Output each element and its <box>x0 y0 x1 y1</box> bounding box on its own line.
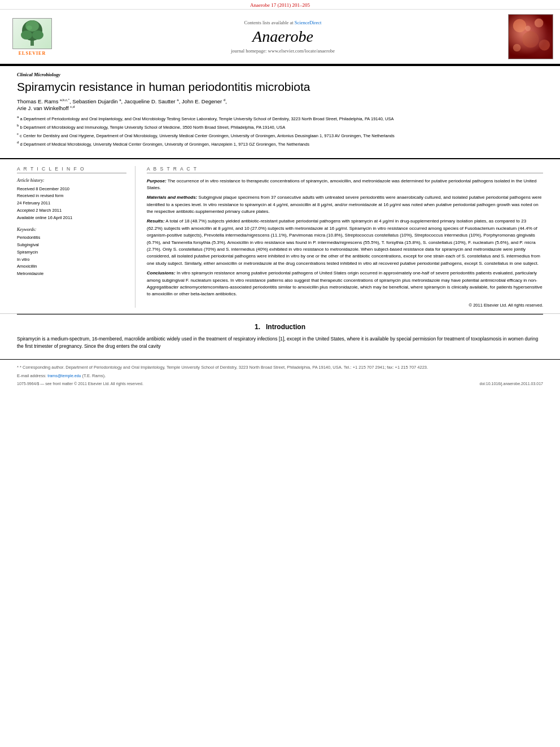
methods-label: Materials and methods: <box>147 195 197 200</box>
results-label: Results: <box>147 219 165 224</box>
footnote-email: E-mail address: trams@temple.edu (T.E. R… <box>17 373 543 379</box>
svg-point-5 <box>27 25 32 30</box>
intro-heading: 1. Introduction <box>17 323 543 331</box>
svg-point-10 <box>539 40 550 51</box>
journal-citation-text: Anaerobe 17 (2011) 201–205 <box>250 2 310 8</box>
svg-point-9 <box>522 31 539 47</box>
keywords-section: Keywords: Periodontitis Subgingival Spir… <box>17 227 126 278</box>
abstract-conclusions: Conclusions: In vitro spiramycin resista… <box>147 270 543 298</box>
svg-point-12 <box>525 26 531 32</box>
keyword-subgingival: Subgingival <box>17 242 126 249</box>
introduction-section: 1. Introduction Spiramycin is a medium-s… <box>0 314 560 359</box>
authors-line: Thomas E. Rams a,b,c,*, Sebastien Dujard… <box>17 98 543 111</box>
journal-header: ELSEVIER Contents lists available at Sci… <box>0 10 560 65</box>
history-revised: Received in revised form24 February 2011 <box>17 193 126 207</box>
sciencedirect-line: Contents lists available at ScienceDirec… <box>63 20 502 25</box>
affil-c: c c Center for Dentistry and Oral Hygien… <box>17 132 543 139</box>
journal-citation-banner: Anaerobe 17 (2011) 201–205 <box>0 0 560 10</box>
affil-b: b b Department of Microbiology and Immun… <box>17 123 543 130</box>
article-header: Clinical Microbiology Spiramycin resista… <box>0 66 560 159</box>
conclusions-label: Conclusions: <box>147 270 176 276</box>
keyword-metronidazole: Metronidazole <box>17 270 126 278</box>
footer-bottom: 1075-9964/$ — see front matter © 2011 El… <box>17 382 543 386</box>
journal-thumbnail-image <box>508 14 553 59</box>
doi-text: doi:10.1016/j.anaerobe.2011.03.017 <box>480 382 544 386</box>
abstract-title: A B S T R A C T <box>147 166 543 173</box>
page-footer: * * Corresponding author. Department of … <box>0 359 560 388</box>
affiliations: a a Department of Periodontology and Ora… <box>17 115 543 147</box>
journal-center: Contents lists available at ScienceDirec… <box>58 20 508 54</box>
abstract-purpose: Purpose: The occurrence of in vitro resi… <box>147 178 543 192</box>
affil-a: a a Department of Periodontology and Ora… <box>17 115 543 122</box>
authors-text: Thomas E. Rams a,b,c,*, Sebastien Dujard… <box>17 98 227 104</box>
history-received: Received 8 December 2010 <box>17 186 126 193</box>
keyword-periodontitis: Periodontitis <box>17 234 126 242</box>
two-column-section: A R T I C L E I N F O Article history: R… <box>0 159 560 314</box>
footnote-star: * * Corresponding author. Department of … <box>17 364 543 370</box>
elsevier-tree-graphic <box>12 18 52 49</box>
svg-point-7 <box>513 19 526 32</box>
history-accepted: Accepted 2 March 2011 <box>17 207 126 215</box>
intro-paragraph-1: Spiramycin is a medium-spectrum, 16-memb… <box>17 335 543 350</box>
keyword-amoxicillin: Amoxicillin <box>17 263 126 270</box>
keyword-spiramycin: Spiramycin <box>17 249 126 256</box>
keyword-in-vitro: In vitro <box>17 256 126 264</box>
thumbnail-svg <box>509 14 553 59</box>
elsevier-tree-svg <box>15 19 49 47</box>
svg-point-11 <box>513 44 521 52</box>
elsevier-logo-container: ELSEVIER <box>7 18 58 56</box>
svg-point-3 <box>32 30 43 40</box>
abstract-body: Purpose: The occurrence of in vitro resi… <box>147 178 543 298</box>
abstract-results: Results: A total of 18 (48.7%) subjects … <box>147 218 543 267</box>
journal-title: Anaerobe <box>63 28 502 46</box>
abstract-column: A B S T R A C T Purpose: The occurrence … <box>147 166 543 308</box>
abstract-methods: Materials and methods: Subgingival plaqu… <box>147 194 543 215</box>
journal-homepage: journal homepage: www.elsevier.com/locat… <box>63 48 502 54</box>
purpose-label: Purpose: <box>147 178 167 184</box>
elsevier-label: ELSEVIER <box>19 51 46 56</box>
article-info-column: A R T I C L E I N F O Article history: R… <box>17 166 135 308</box>
authors-text-2: Arie J. van Winkelhoff c,d <box>17 105 75 111</box>
issn-text: 1075-9964/$ — see front matter © 2011 El… <box>17 382 143 386</box>
svg-rect-6 <box>509 15 553 59</box>
sciencedirect-link[interactable]: ScienceDirect <box>295 20 322 25</box>
article-info-title: A R T I C L E I N F O <box>17 166 126 173</box>
svg-point-2 <box>21 30 32 40</box>
affil-d: d d Department of Medical Microbiology, … <box>17 140 543 147</box>
history-title: Article history: <box>17 178 126 183</box>
svg-point-8 <box>535 19 544 28</box>
email-link[interactable]: trams@temple.edu <box>47 374 81 378</box>
section-label: Clinical Microbiology <box>17 72 543 77</box>
keywords-title: Keywords: <box>17 227 126 232</box>
copyright-line: © 2011 Elsevier Ltd. All rights reserved… <box>147 303 543 308</box>
article-title: Spiramycin resistance in human periodont… <box>17 80 543 94</box>
intro-body: Spiramycin is a medium-spectrum, 16-memb… <box>17 335 543 350</box>
history-online: Available online 16 April 2011 <box>17 215 126 222</box>
svg-point-4 <box>25 20 39 32</box>
